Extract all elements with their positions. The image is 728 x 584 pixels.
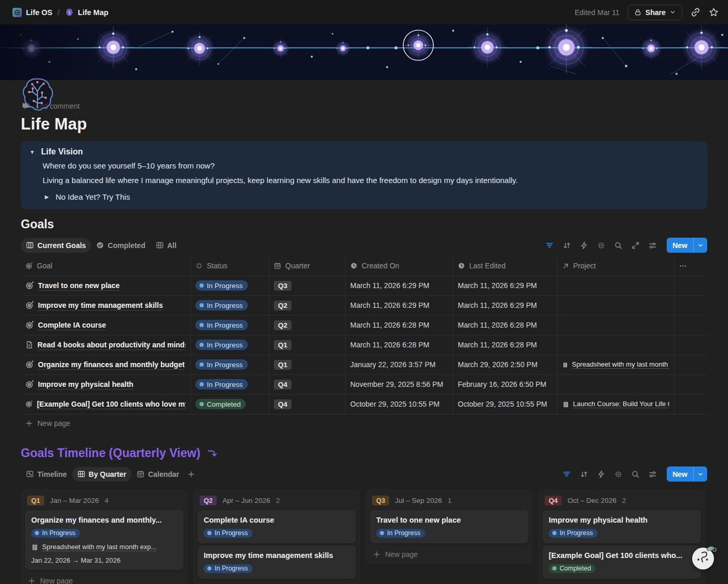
- search-icon[interactable]: [614, 241, 623, 250]
- status-badge[interactable]: In Progress: [195, 340, 248, 350]
- quarter-tag[interactable]: Q4: [545, 496, 562, 505]
- sort-icon[interactable]: [580, 470, 588, 478]
- no-idea-label: No Idea Yet? Try This: [56, 192, 130, 201]
- share-button[interactable]: Share: [628, 5, 682, 20]
- quarter-tag[interactable]: Q3: [372, 496, 389, 505]
- quarter-tag[interactable]: Q1: [27, 496, 44, 505]
- page-brain-icon[interactable]: [19, 76, 56, 113]
- table-row[interactable]: Improve my physical health In Progress Q…: [21, 375, 707, 395]
- project-link[interactable]: Spreadsheet with my last month exp...: [31, 543, 177, 551]
- toggle-closed-icon[interactable]: ▶: [44, 194, 50, 200]
- goal-title[interactable]: [Example Goal] Get 100 clients who love …: [37, 399, 186, 409]
- col-edited[interactable]: Last Edited: [469, 262, 506, 270]
- favorite-star-icon[interactable]: [709, 7, 719, 17]
- goal-card[interactable]: Improve my time management skills In Pro…: [197, 546, 356, 579]
- quarter-badge[interactable]: Q2: [274, 301, 292, 310]
- status-badge[interactable]: In Progress: [195, 359, 248, 370]
- copy-link-icon[interactable]: [691, 7, 700, 17]
- goal-title[interactable]: Improve my physical health: [38, 380, 134, 390]
- breadcrumb-life-map[interactable]: Life Map: [62, 6, 112, 19]
- add-comment-button[interactable]: Add comment: [22, 102, 707, 110]
- tab-timeline[interactable]: Timeline: [21, 467, 72, 482]
- table-row[interactable]: Organize my finances and monthly budget …: [21, 355, 707, 375]
- quarter-badge[interactable]: Q4: [274, 399, 292, 409]
- col-created[interactable]: Created On: [362, 262, 399, 270]
- goal-title[interactable]: Complete IA course: [38, 320, 106, 330]
- quarter-badge[interactable]: Q1: [274, 340, 292, 350]
- goal-card[interactable]: Improve my physical health In Progress: [542, 510, 701, 543]
- search-icon[interactable]: [631, 470, 640, 478]
- life-vision-toggle[interactable]: ▼ Life Vision: [29, 147, 699, 157]
- goal-card[interactable]: Organize my finances and monthly... In P…: [25, 510, 183, 570]
- table-row[interactable]: Improve my time management skills In Pro…: [21, 296, 707, 316]
- new-button[interactable]: New: [667, 466, 707, 482]
- status-badge[interactable]: Completed: [549, 564, 595, 573]
- status-badge[interactable]: In Progress: [195, 300, 248, 310]
- column-new-page-button[interactable]: New page: [541, 581, 702, 584]
- tab-calendar[interactable]: Calendar: [131, 467, 184, 482]
- quarter-tag[interactable]: Q2: [200, 496, 217, 505]
- goal-title[interactable]: Read 4 books about productivity and mind…: [37, 340, 186, 350]
- quarter-badge[interactable]: Q2: [274, 320, 292, 330]
- no-idea-toggle[interactable]: ▶ No Idea Yet? Try This: [44, 192, 699, 201]
- column-new-page-button[interactable]: New page: [24, 572, 184, 584]
- status-badge[interactable]: In Progress: [195, 320, 248, 330]
- project-link[interactable]: Spreadsheet with my last month expenses: [562, 360, 669, 369]
- sliders-icon[interactable]: [648, 241, 657, 250]
- toggle-open-icon[interactable]: ▼: [29, 149, 35, 155]
- magic-icon[interactable]: [597, 241, 605, 250]
- tab-by-quarter[interactable]: By Quarter: [72, 467, 131, 482]
- status-badge[interactable]: In Progress: [204, 529, 253, 538]
- status-badge[interactable]: In Progress: [195, 379, 248, 390]
- column-new-page-button[interactable]: New page: [196, 581, 357, 584]
- table-row[interactable]: Complete IA course In Progress Q2 March …: [21, 316, 707, 335]
- table-row[interactable]: [Example Goal] Get 100 clients who love …: [21, 395, 707, 414]
- column-new-page-button[interactable]: New page: [369, 546, 530, 560]
- new-button[interactable]: New: [667, 238, 707, 253]
- sort-icon[interactable]: [563, 241, 571, 250]
- magic-icon[interactable]: [614, 470, 623, 478]
- status-badge[interactable]: In Progress: [549, 529, 598, 538]
- timeline-heading[interactable]: Goals Timeline (Quarterly View): [21, 446, 707, 460]
- add-view-button[interactable]: [184, 471, 198, 478]
- page-title[interactable]: Life Map: [21, 115, 707, 134]
- status-badge[interactable]: In Progress: [31, 529, 80, 538]
- status-badge[interactable]: In Progress: [376, 529, 425, 538]
- project-link[interactable]: Launch Course: Build Your Life OS: [562, 400, 669, 408]
- tab-completed[interactable]: Completed: [91, 238, 150, 253]
- table-row[interactable]: Travel to one new place In Progress Q3 M…: [21, 276, 707, 296]
- quarter-badge[interactable]: Q1: [274, 360, 292, 370]
- goal-title[interactable]: Travel to one new place: [38, 281, 120, 291]
- table-new-page-button[interactable]: New page: [21, 414, 707, 433]
- goal-card[interactable]: Complete IA course In Progress: [197, 510, 356, 543]
- expand-icon[interactable]: [631, 241, 640, 250]
- table-row[interactable]: Read 4 books about productivity and mind…: [21, 335, 707, 355]
- col-goal[interactable]: Goal: [37, 262, 52, 270]
- new-button-dropdown[interactable]: [693, 466, 707, 482]
- col-quarter[interactable]: Quarter: [285, 262, 310, 270]
- filter-icon[interactable]: [545, 241, 554, 250]
- goal-card[interactable]: Travel to one new place In Progress: [370, 510, 528, 543]
- vision-answer[interactable]: Living a balanced life where I manage me…: [43, 175, 699, 186]
- created-on-cell: November 29, 2025 8:56 PM: [346, 375, 453, 394]
- sliders-icon[interactable]: [648, 470, 657, 478]
- quarter-badge[interactable]: Q3: [274, 281, 292, 291]
- goal-title[interactable]: Improve my time management skills: [38, 301, 163, 310]
- col-status[interactable]: Status: [207, 262, 228, 270]
- tab-all[interactable]: All: [151, 238, 182, 253]
- breadcrumb-life-os[interactable]: Life OS: [9, 6, 56, 19]
- quarter-badge[interactable]: Q4: [274, 380, 292, 390]
- new-button-dropdown[interactable]: [693, 238, 707, 253]
- status-badge[interactable]: In Progress: [195, 280, 248, 291]
- bolt-icon[interactable]: [597, 470, 605, 478]
- ellipsis-icon[interactable]: [679, 262, 687, 270]
- status-badge[interactable]: In Progress: [204, 564, 253, 573]
- tab-current-goals[interactable]: Current Goals: [21, 238, 91, 253]
- status-badge[interactable]: Completed: [195, 399, 246, 409]
- filter-icon[interactable]: [562, 470, 571, 478]
- col-project[interactable]: Project: [573, 262, 596, 270]
- page-content: Add comment Life Map ▼ Life Vision Where…: [0, 102, 728, 584]
- bolt-icon[interactable]: [580, 241, 588, 250]
- goal-card[interactable]: [Example Goal] Get 100 clients who... Co…: [542, 546, 701, 579]
- goal-title[interactable]: Organize my finances and monthly budget: [38, 360, 184, 370]
